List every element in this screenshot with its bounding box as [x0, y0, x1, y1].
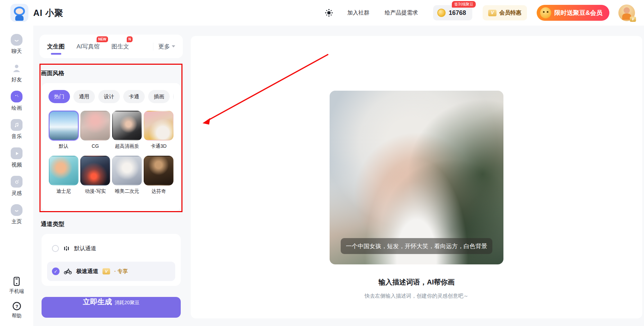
channel-option-default[interactable]: 默认通道 [47, 239, 175, 258]
style-option-davinci[interactable]: 达芬奇 [144, 156, 174, 194]
help-question-icon: ? [12, 301, 21, 311]
coin-balance-pill[interactable]: 签到领聚豆 16768 [433, 5, 472, 20]
home-icon [11, 204, 23, 216]
sidebar-item-mobile[interactable]: 手机端 [9, 277, 24, 295]
sidebar-item-help[interactable]: ? 帮助 [12, 301, 21, 319]
chip-illustration[interactable]: 插画 [148, 90, 170, 103]
chip-general[interactable]: 通用 [73, 90, 95, 103]
channel-section-title: 通道类型 [41, 220, 64, 228]
generate-button[interactable]: 立即生成 消耗20聚豆 [42, 297, 181, 318]
coin-count: 16768 [449, 9, 466, 17]
chat-icon [11, 34, 23, 46]
generate-cost-label: 消耗20聚豆 [115, 300, 140, 306]
style-option-disney[interactable]: 迪士尼 [48, 156, 79, 194]
radio-unchecked-icon[interactable] [52, 245, 59, 252]
vip-crown-icon: V [488, 10, 497, 16]
style-thumbnail-grid: 默认 CG 超高清画质 卡通3D 迪士尼 [48, 111, 174, 194]
example-prompt-caption: 一个中国女孩，短发，开怀大笑，看向远方，白色背景 [341, 238, 492, 254]
style-thumb-cg [80, 111, 110, 141]
style-thumb-default [49, 111, 79, 141]
style-thumb-cartoon3d [144, 111, 173, 141]
mode-tab-bar: 文生图 AI写真馆 NEW 图生文 N 更多 [39, 35, 183, 58]
empty-state-subtitle: 快去左侧输入描述词，创建你的灵感创意吧～ [365, 293, 468, 299]
style-thumb-disney [49, 156, 79, 185]
style-section-title: 画面风格 [41, 69, 64, 77]
app-window: AI 小聚 加入社群 给产品提需求 签到领聚豆 16768 V 会员特惠 限时送… [0, 0, 644, 326]
nav-product-feedback[interactable]: 给产品提需求 [385, 9, 418, 17]
vip-deal-button[interactable]: V 会员特惠 [483, 5, 527, 20]
app-logo[interactable]: AI 小聚 [10, 4, 63, 22]
camera-icon [11, 176, 23, 188]
bicycle-icon [64, 268, 72, 275]
top-header: AI 小聚 加入社群 给产品提需求 签到领聚豆 16768 V 会员特惠 限时送… [0, 0, 644, 26]
left-sidebar: 聊天 好友 绘画 音乐 视频 [0, 26, 33, 326]
coin-icon [437, 9, 446, 17]
avatar-vip-badge: V [630, 17, 636, 22]
promo-mascot-icon [540, 7, 551, 18]
chevron-down-icon [172, 45, 175, 47]
music-icon [11, 119, 23, 131]
sidebar-item-paint[interactable]: 绘画 [11, 91, 23, 111]
tab-text-to-image[interactable]: 文生图 [47, 43, 65, 51]
preview-area: 一个中国女孩，短发，开怀大笑，看向远方，白色背景 输入描述词语，AI帮你画 快去… [191, 36, 642, 318]
style-category-chips: 热门 通用 设计 卡通 插画 动漫 [48, 90, 174, 103]
signin-reward-badge: 签到领聚豆 [452, 1, 476, 8]
style-thumb-uhd [112, 111, 142, 141]
sidebar-item-chat[interactable]: 聊天 [11, 34, 23, 55]
chip-cartoon[interactable]: 卡通 [123, 90, 145, 103]
new-badge: NEW [97, 36, 108, 42]
example-result-image: 一个中国女孩，短发，开怀大笑，看向远方，白色背景 [330, 91, 503, 264]
phone-icon [12, 277, 21, 286]
channel-type-card: 默认通道 ✓ 极速通道 V · 专享 [42, 234, 181, 286]
tab-more-dropdown[interactable]: 更多 [153, 43, 175, 51]
style-option-anime-realistic[interactable]: 动漫-写实 [80, 156, 111, 194]
style-thumb-aesthetic-2d [112, 156, 142, 185]
sidebar-item-music[interactable]: 音乐 [11, 119, 23, 140]
header-actions: 加入社群 给产品提需求 签到领聚豆 16768 V 会员特惠 限时送聚豆&会员 … [324, 4, 635, 21]
chip-hot[interactable]: 热门 [48, 90, 70, 103]
user-avatar[interactable]: V [618, 4, 635, 21]
sidebar-item-inspiration[interactable]: 灵感 [11, 176, 23, 197]
vip-crown-icon-small: V [102, 268, 110, 274]
tab-image-to-text[interactable]: 图生文 N [111, 43, 129, 51]
svg-text:?: ? [15, 304, 18, 309]
friends-icon [11, 62, 23, 74]
chip-anime-clipped[interactable]: 动漫 [173, 90, 174, 103]
new-badge-clipped: N [127, 36, 133, 42]
generation-settings-panel: 文生图 AI写真馆 NEW 图生文 N 更多 画面风格 热门 通用 设计 卡通 [33, 26, 189, 326]
video-play-icon [11, 147, 23, 159]
exclusive-label: · 专享 [114, 268, 128, 275]
style-option-cg[interactable]: CG [80, 111, 111, 150]
paint-palette-icon [11, 91, 23, 102]
empty-state-title: 输入描述词语，AI帮你画 [378, 278, 455, 287]
promo-gift-button[interactable]: 限时送聚豆&会员 [537, 5, 609, 21]
theme-sun-icon[interactable] [324, 8, 333, 17]
sidebar-item-friends[interactable]: 好友 [11, 62, 23, 83]
sidebar-item-video[interactable]: 视频 [11, 147, 23, 168]
vip-deal-label: 会员特惠 [499, 9, 521, 17]
style-option-default[interactable]: 默认 [48, 111, 79, 150]
radio-checked-icon[interactable]: ✓ [52, 268, 60, 275]
style-thumb-anime-realistic [80, 156, 110, 185]
app-title: AI 小聚 [33, 7, 63, 19]
tab-ai-portrait[interactable]: AI写真馆 NEW [77, 43, 100, 51]
signal-bars-icon [63, 245, 70, 252]
nav-join-community[interactable]: 加入社群 [347, 9, 369, 17]
chip-design[interactable]: 设计 [98, 90, 120, 103]
style-option-uhd[interactable]: 超高清画质 [112, 111, 142, 150]
style-thumb-davinci [144, 156, 173, 185]
style-picker-card: 热门 通用 设计 卡通 插画 动漫 默认 CG 超高清画质 [42, 83, 181, 211]
promo-label: 限时送聚豆&会员 [554, 9, 602, 17]
channel-option-fast[interactable]: ✓ 极速通道 V · 专享 [47, 262, 175, 281]
style-option-cartoon3d[interactable]: 卡通3D [144, 111, 174, 150]
style-option-aesthetic-2d[interactable]: 唯美二次元 [112, 156, 142, 194]
sidebar-item-home[interactable]: 主页 [11, 204, 23, 225]
mascot-logo-icon [10, 4, 28, 22]
